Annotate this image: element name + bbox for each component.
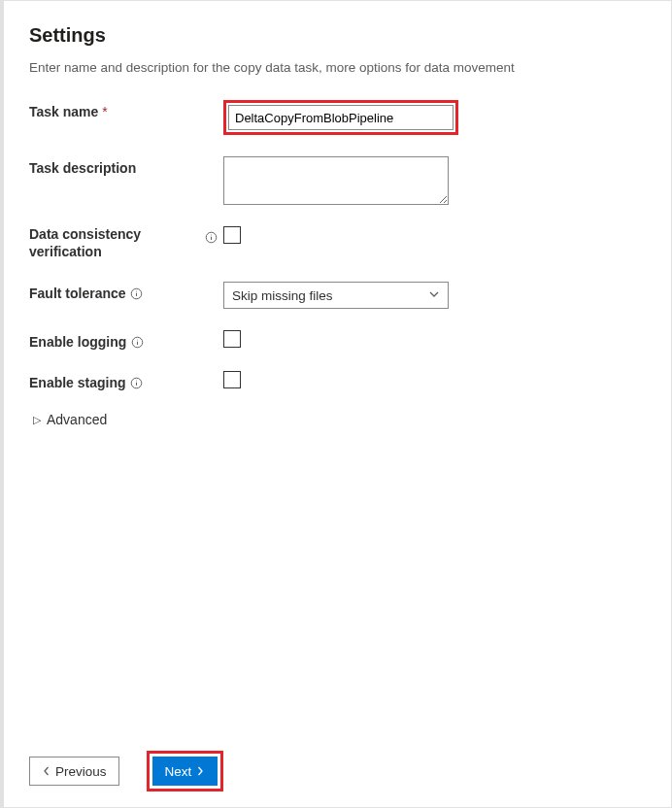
svg-point-8: [137, 339, 138, 340]
advanced-label: Advanced: [47, 412, 107, 427]
enable-logging-label: Enable logging: [29, 330, 194, 350]
chevron-right-icon: [195, 764, 205, 779]
advanced-toggle[interactable]: ▷ Advanced: [33, 412, 646, 427]
page-subtitle: Enter name and description for the copy …: [29, 60, 646, 75]
task-name-label: Task name*: [29, 100, 194, 119]
info-icon[interactable]: [130, 335, 144, 349]
task-name-highlight: [223, 100, 458, 135]
enable-staging-label: Enable staging: [29, 371, 194, 390]
svg-point-2: [211, 234, 212, 235]
previous-button[interactable]: Previous: [29, 757, 119, 786]
fault-tolerance-selected: Skip missing files: [232, 288, 333, 303]
data-consistency-label: Data consistency verification: [29, 226, 194, 260]
next-highlight: Next: [147, 751, 224, 791]
svg-point-5: [136, 290, 137, 291]
fault-tolerance-select[interactable]: Skip missing files: [223, 282, 449, 309]
enable-logging-checkbox[interactable]: [223, 330, 241, 348]
task-name-input[interactable]: [228, 105, 454, 130]
triangle-right-icon: ▷: [33, 414, 41, 426]
next-button[interactable]: Next: [152, 757, 218, 786]
enable-staging-checkbox[interactable]: [223, 371, 241, 388]
info-icon[interactable]: [130, 376, 144, 389]
svg-point-11: [136, 380, 137, 381]
next-label: Next: [165, 764, 192, 779]
fault-tolerance-label: Fault tolerance: [29, 282, 194, 301]
info-icon[interactable]: [130, 286, 144, 300]
chevron-down-icon: [428, 288, 440, 303]
task-description-label: Task description: [29, 156, 194, 176]
task-description-input[interactable]: [223, 156, 449, 205]
chevron-left-icon: [42, 764, 51, 779]
data-consistency-checkbox[interactable]: [223, 226, 241, 244]
info-icon[interactable]: [204, 230, 218, 244]
page-title: Settings: [29, 24, 646, 47]
previous-label: Previous: [55, 764, 107, 779]
